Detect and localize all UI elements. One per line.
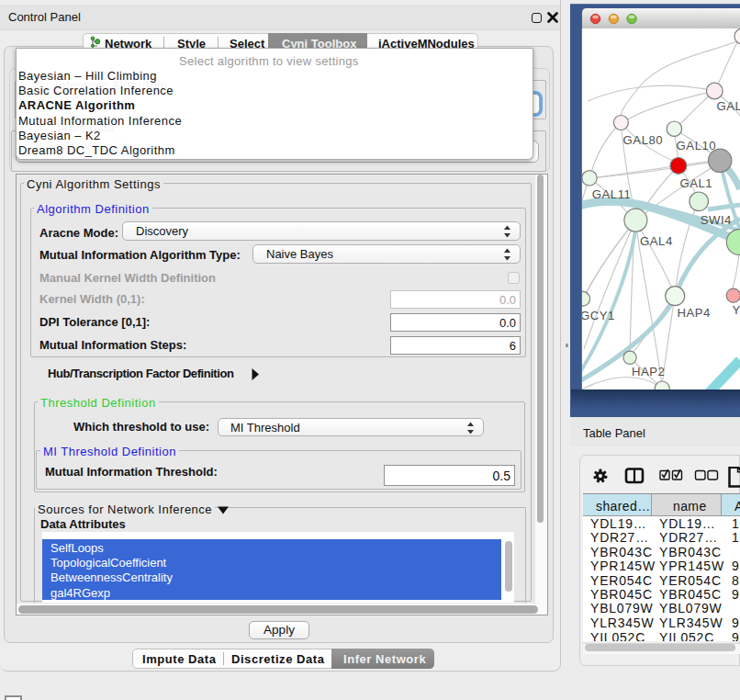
svg-text:HAP4: HAP4: [678, 306, 711, 320]
svg-text:GAL80: GAL80: [623, 133, 664, 147]
svg-text:GAL4: GAL4: [640, 234, 673, 248]
svg-text:GCY1: GCY1: [582, 309, 615, 322]
svg-text:HAP2: HAP2: [632, 365, 665, 378]
svg-text:GAL10: GAL10: [677, 139, 717, 152]
svg-text:SWI4: SWI4: [701, 213, 732, 227]
svg-text:GAL2: GAL2: [717, 99, 740, 113]
svg-text:GAL11: GAL11: [592, 187, 632, 201]
svg-text:GAL1: GAL1: [679, 176, 712, 190]
svg-text:Y: Y: [733, 303, 740, 317]
